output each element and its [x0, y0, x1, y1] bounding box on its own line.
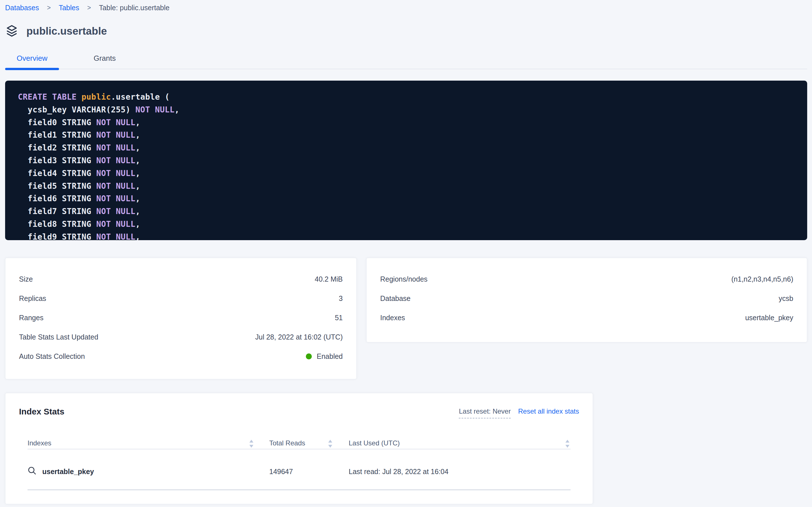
stat-value: 3 [339, 294, 343, 302]
stack-icon [5, 24, 18, 39]
page-title: public.usertable [26, 25, 107, 37]
sql-line: field3 STRING NOT NULL, [18, 155, 796, 167]
stat-row-regions: Regions/nodes (n1,n2,n3,n4,n5,n6) [367, 269, 807, 289]
reset-all-index-stats-link[interactable]: Reset all index stats [518, 407, 579, 415]
breadcrumb-separator: > [87, 3, 91, 13]
search-icon [27, 466, 37, 477]
sql-line: field1 STRING NOT NULL, [18, 129, 796, 142]
sql-line: field0 STRING NOT NULL, [18, 116, 796, 129]
status-dot-enabled [306, 353, 312, 359]
sort-icon[interactable] [564, 439, 571, 451]
index-stats-card: Index Stats Last reset: Never Reset all … [5, 393, 593, 504]
index-last-used: Last read: Jul 28, 2022 at 16:04 [349, 467, 448, 476]
stat-label: Auto Stats Collection [19, 352, 85, 360]
stat-label: Size [19, 275, 33, 283]
sql-line: field7 STRING NOT NULL, [18, 205, 796, 218]
sql-line: field6 STRING NOT NULL, [18, 192, 796, 205]
stat-label: Table Stats Last Updated [19, 333, 98, 341]
summary-cards: Size 40.2 MiB Replicas 3 Ranges 51 Table… [5, 258, 807, 379]
stat-value: 40.2 MiB [315, 275, 343, 283]
sql-line: field8 STRING NOT NULL, [18, 218, 796, 231]
stat-label: Regions/nodes [380, 275, 428, 283]
index-stats-title: Index Stats [19, 407, 64, 416]
stat-row-indexes: Indexes usertable_pkey [367, 308, 807, 327]
tab-grants[interactable]: Grants [78, 54, 132, 69]
column-header-last-used[interactable]: Last Used (UTC) [349, 439, 400, 447]
tab-overview[interactable]: Overview [5, 54, 59, 69]
stat-value: (n1,n2,n3,n4,n5,n6) [732, 275, 793, 283]
last-reset-label[interactable]: Last reset: Never [459, 407, 511, 418]
stat-value: Jul 28, 2022 at 16:02 (UTC) [255, 333, 343, 341]
table-stats-card: Size 40.2 MiB Replicas 3 Ranges 51 Table… [5, 258, 357, 379]
stat-value: ycsb [779, 294, 793, 302]
column-header-total-reads[interactable]: Total Reads [269, 439, 305, 447]
stat-label: Indexes [380, 314, 405, 322]
stat-row-replicas: Replicas 3 [5, 289, 356, 308]
breadcrumb: Databases > Tables > Table: public.usert… [5, 3, 807, 12]
status-text: Enabled [317, 352, 343, 360]
table-location-card: Regions/nodes (n1,n2,n3,n4,n5,n6) Databa… [366, 258, 807, 342]
index-stats-table-header: Indexes Total Reads Last Used (UTC) [27, 439, 571, 449]
reset-area: Last reset: Never Reset all index stats [459, 407, 579, 418]
sql-line: field5 STRING NOT NULL, [18, 180, 796, 193]
stat-row-auto-stats: Auto Stats Collection Enabled [5, 347, 356, 366]
sql-line: field9 STRING NOT NULL, [18, 231, 796, 240]
column-header-indexes[interactable]: Indexes [27, 439, 51, 447]
breadcrumb-separator: > [47, 3, 51, 13]
stat-row-ranges: Ranges 51 [5, 308, 356, 327]
index-stats-header: Index Stats Last reset: Never Reset all … [19, 407, 579, 418]
title-bar: public.usertable [5, 24, 807, 38]
tab-bar: Overview Grants [5, 54, 807, 69]
index-stats-row-usertable-pkey[interactable]: usertable_pkey 149647 Last read: Jul 28,… [27, 449, 571, 490]
create-statement: CREATE TABLE public.usertable ( ycsb_key… [5, 80, 807, 240]
table-details-page: Databases > Tables > Table: public.usert… [0, 0, 812, 504]
stat-row-stats-updated: Table Stats Last Updated Jul 28, 2022 at… [5, 327, 356, 347]
sort-icon[interactable] [248, 439, 254, 451]
stat-label: Database [380, 294, 411, 302]
stat-value: Enabled [306, 352, 343, 360]
breadcrumb-tables[interactable]: Tables [59, 3, 79, 12]
sql-line: CREATE TABLE public.usertable ( [18, 91, 796, 104]
stat-value: usertable_pkey [745, 314, 793, 322]
stat-label: Ranges [19, 314, 44, 322]
stat-label: Replicas [19, 294, 46, 302]
breadcrumb-current: Table: public.usertable [99, 3, 170, 12]
breadcrumb-databases[interactable]: Databases [5, 3, 39, 12]
sql-line: field4 STRING NOT NULL, [18, 167, 796, 180]
stat-row-database: Database ycsb [367, 289, 807, 308]
sql-line: field2 STRING NOT NULL, [18, 142, 796, 155]
index-name[interactable]: usertable_pkey [42, 467, 94, 476]
stat-row-size: Size 40.2 MiB [5, 269, 356, 289]
sort-icon[interactable] [327, 439, 333, 451]
sql-line: ycsb_key VARCHAR(255) NOT NULL, [18, 104, 796, 116]
stat-value: 51 [335, 314, 343, 322]
index-stats-table: Indexes Total Reads Last Used (UTC) [27, 439, 571, 490]
index-total-reads: 149647 [269, 467, 293, 476]
